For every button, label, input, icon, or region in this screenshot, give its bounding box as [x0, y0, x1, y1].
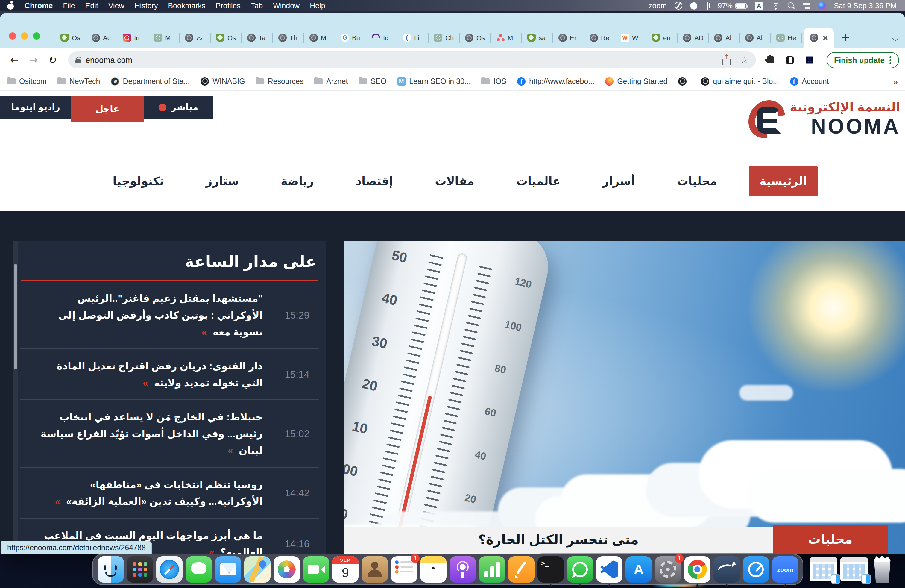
browser-tab[interactable]: Ac [86, 27, 117, 48]
browser-tab[interactable]: Os [460, 27, 491, 48]
chrome-dock-icon[interactable] [684, 556, 710, 583]
hero-headline-bar[interactable]: متى تنحسر الكتل الحارة؟ [344, 527, 773, 553]
control-center-icon[interactable] [803, 2, 810, 9]
bookmark-item[interactable]: Department of Sta... [111, 77, 190, 85]
apple-menu-icon[interactable] [7, 2, 14, 10]
forward-button[interactable]: → [25, 54, 42, 66]
bookmark-item[interactable]: IOS [481, 77, 506, 85]
calendar-dock-icon[interactable]: SEP 9 [332, 556, 359, 583]
appstore-dock-icon[interactable]: A [626, 556, 652, 583]
vscode-dock-icon[interactable] [596, 556, 622, 583]
wifi-icon[interactable] [771, 2, 780, 9]
reminders-dock-icon[interactable]: 1 [391, 556, 417, 583]
minimized-finder-window[interactable] [840, 558, 868, 582]
scrollbar-thumb[interactable] [14, 264, 17, 369]
browser-tab[interactable]: Ic [366, 27, 397, 48]
bookmark-star-icon[interactable]: ☆ [740, 54, 748, 65]
news-item[interactable]: 15:29 "مستشهدا بمقتل زعيم فاغنر"..الرئيس… [21, 281, 319, 349]
clock-app-dock-icon[interactable] [743, 556, 769, 583]
nav-item[interactable]: تكنولوجيا [92, 174, 185, 188]
menubar-item[interactable]: History [135, 2, 158, 10]
zoom-window-button[interactable] [33, 32, 40, 40]
sidebar-scrollbar[interactable] [13, 241, 18, 554]
spotlight-icon[interactable] [788, 2, 795, 9]
nav-item[interactable]: إقتصاد [335, 174, 414, 188]
contacts-dock-icon[interactable] [362, 556, 388, 583]
finder-dock-icon[interactable] [98, 556, 124, 583]
nav-item[interactable]: ستارز [185, 174, 260, 188]
menubar-item[interactable]: Window [273, 2, 300, 10]
tab-search-chevron-icon[interactable] [893, 36, 898, 41]
browser-tab[interactable]: Ch [429, 27, 460, 48]
nav-item[interactable]: مقالات [414, 174, 495, 188]
url-text[interactable]: enooma.com [86, 56, 718, 64]
browser-tab[interactable]: W [615, 27, 646, 48]
hero-headline[interactable]: متى تنحسر الكتل الحارة؟ [478, 532, 639, 548]
system-settings-dock-icon[interactable]: 1 [655, 556, 681, 583]
browser-tab[interactable]: ت [179, 27, 211, 48]
menubar-item[interactable]: Help [310, 2, 325, 10]
browser-tab[interactable]: Er [553, 27, 584, 48]
photos-dock-icon[interactable] [273, 556, 300, 583]
input-source-icon[interactable]: A [755, 2, 763, 10]
reload-button[interactable]: ↻ [44, 54, 61, 66]
browser-tab[interactable]: sa [522, 27, 553, 48]
browser-tab[interactable]: en [646, 27, 678, 48]
terminal-dock-icon[interactable]: >_ [538, 556, 564, 583]
browser-tab[interactable]: In [117, 27, 148, 48]
menubar-item[interactable]: File [63, 2, 75, 10]
bookmark-item[interactable]: NewTech [57, 77, 100, 85]
side-panel-icon[interactable] [786, 56, 793, 64]
minimize-window-button[interactable] [21, 32, 28, 40]
bookmark-item[interactable]: Arznet [314, 77, 348, 85]
address-bar[interactable]: enooma.com ☆ [68, 51, 756, 68]
bookmark-item[interactable]: WINABIG [200, 77, 245, 85]
pages-dock-icon[interactable] [508, 556, 535, 583]
news-headline[interactable]: دار الفتوى: دريان رفض اقتراح تعديل الماد… [38, 358, 263, 391]
nav-item[interactable]: أسرار [581, 174, 656, 188]
menubar-item[interactable]: View [108, 2, 124, 10]
podcasts-dock-icon[interactable] [449, 556, 476, 583]
browser-tab[interactable]: Al [709, 27, 740, 48]
browser-tab[interactable]: Os [55, 27, 86, 48]
siri-icon[interactable] [818, 2, 826, 10]
menubar-item[interactable]: Bookmarks [168, 2, 205, 10]
menubar-app-name[interactable]: Chrome [25, 2, 53, 10]
menubar-clock[interactable]: Sat 9 Sep 3:36 PM [834, 2, 897, 10]
bookmark-item[interactable]: Account [790, 77, 829, 85]
browser-tab[interactable]: M [491, 27, 522, 48]
menubar-item[interactable]: Profiles [216, 2, 241, 10]
chrome-menu-icon[interactable] [889, 56, 891, 64]
news-headline[interactable]: روسيا تنظم انتخابات في «مناطقها» الأوكرا… [38, 476, 263, 510]
share-icon[interactable] [722, 56, 730, 64]
menubar-item[interactable]: Tab [251, 2, 263, 10]
finish-update-button[interactable]: Finish update [826, 52, 899, 68]
browser-tab[interactable]: M [304, 27, 335, 48]
launchpad-dock-icon[interactable] [127, 556, 153, 583]
hero-category-badge[interactable]: محليات [773, 525, 888, 554]
messages-dock-icon[interactable] [186, 556, 212, 583]
bookmark-item[interactable]: SEO [359, 77, 386, 85]
battery-indicator[interactable]: 97% [718, 2, 747, 10]
browser-tab[interactable]: Th [273, 27, 304, 48]
bookmark-item[interactable]: Resources [256, 77, 304, 85]
back-button[interactable]: ← [6, 54, 23, 66]
zoom-dock-icon[interactable]: zoom [772, 556, 799, 583]
live-button[interactable]: مباشر [144, 96, 213, 119]
bookmark-item[interactable]: http://www.facebo... [517, 77, 594, 85]
lock-icon[interactable] [75, 57, 81, 64]
new-tab-button[interactable] [838, 29, 854, 45]
extensions-icon[interactable] [767, 56, 773, 64]
bookmark-item[interactable]: Learn SEO in 30... [397, 77, 471, 85]
news-headline[interactable]: "مستشهدا بمقتل زعيم فاغنر"..الرئيس الأوك… [38, 290, 263, 340]
bookmarks-overflow-chevron[interactable]: » [893, 76, 898, 86]
news-headline[interactable]: جنبلاط: في الخارج مَن لا يساعد في انتخاب… [38, 408, 263, 459]
hero-article[interactable]: 504030201000-10-20 1201008060402000-20 [344, 241, 905, 554]
mail-dock-icon[interactable] [215, 556, 241, 583]
facetime-dock-icon[interactable] [303, 556, 329, 583]
maps-dock-icon[interactable] [244, 556, 270, 583]
notes-dock-icon[interactable] [420, 556, 446, 583]
close-window-button[interactable] [9, 32, 16, 40]
tab-close-icon[interactable] [822, 35, 828, 40]
browser-tab[interactable]: Li [397, 27, 429, 48]
